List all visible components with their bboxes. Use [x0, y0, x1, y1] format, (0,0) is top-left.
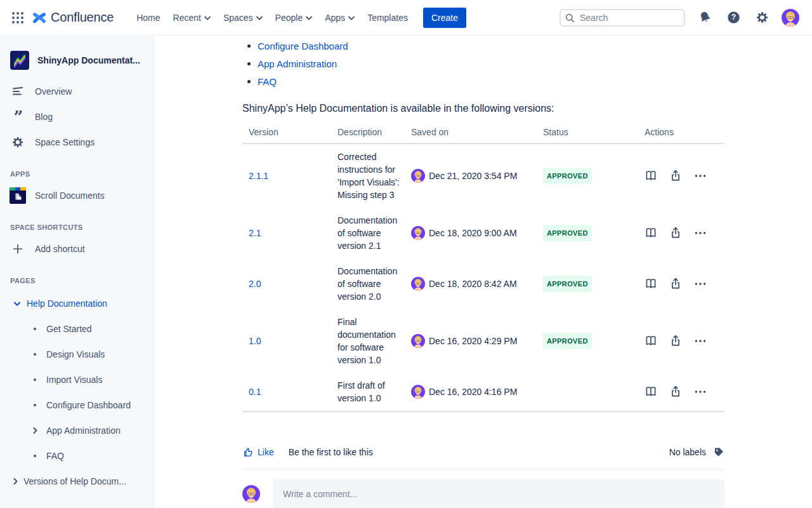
saved-on-date: Dec 18, 2020 8:42 AM [429, 277, 517, 290]
confluence-mark-icon [32, 11, 47, 25]
export-share-icon[interactable] [669, 277, 682, 290]
page-link[interactable]: FAQ [258, 76, 277, 87]
sidebar-item-blog[interactable]: ” Blog [0, 104, 153, 130]
shortcuts-section-header: SPACE SHORTCUTS [0, 208, 153, 236]
help-icon[interactable] [724, 9, 742, 27]
version-description: First draft of version 1.0 [331, 373, 405, 411]
column-header: Version [242, 124, 331, 144]
space-title: ShinyApp Documentat... [37, 55, 140, 65]
export-share-icon[interactable] [669, 335, 682, 347]
more-actions-icon[interactable] [694, 385, 707, 398]
global-search [560, 9, 685, 27]
read-view-book-icon[interactable] [645, 277, 657, 290]
nav-item[interactable]: People [269, 8, 319, 28]
create-button[interactable]: Create [423, 8, 466, 28]
comment-input[interactable] [273, 479, 724, 508]
version-link[interactable]: 2.1.1 [249, 171, 268, 181]
avatar [411, 334, 425, 348]
page-tree-child[interactable]: Configure Dashboard [0, 392, 153, 418]
app-switcher-icon[interactable] [8, 8, 28, 28]
version-link[interactable]: 2.1 [249, 228, 261, 238]
search-input[interactable] [560, 9, 685, 27]
nav-item[interactable]: Templates [361, 8, 414, 28]
chevron-right-icon[interactable] [33, 427, 37, 434]
labels-tag-icon[interactable] [713, 446, 724, 458]
like-button[interactable]: Like [242, 446, 274, 458]
page-toc-list: Configure Dashboard App Administration F… [242, 36, 724, 90]
primary-nav: Home Recent Spaces People Apps [130, 8, 414, 28]
sidebar-item-space-settings[interactable]: Space Settings [0, 130, 153, 155]
bullet [34, 328, 36, 330]
list-item: Configure Dashboard [247, 37, 724, 55]
more-actions-icon[interactable] [694, 335, 707, 347]
space-header[interactable]: ShinyApp Documentat... [0, 39, 153, 79]
apps-section-header: APPS [0, 155, 153, 183]
page-link-label: Design Visuals [46, 349, 105, 359]
nav-item-label: Home [136, 13, 160, 23]
overview-icon [10, 85, 25, 98]
column-header: Saved on [405, 124, 537, 144]
user-avatar[interactable] [782, 9, 799, 27]
table-row: 0.1 First draft of version 1.0 Dec 16, 2… [242, 373, 724, 411]
list-item: FAQ [247, 72, 724, 90]
settings-gear-icon[interactable] [753, 9, 771, 27]
scroll-documents-icon [10, 187, 25, 204]
nav-item[interactable]: Recent [167, 8, 217, 28]
search-icon [565, 13, 575, 23]
export-share-icon[interactable] [669, 170, 682, 182]
sidebar-item-scroll-documents[interactable]: Scroll Documents [0, 183, 153, 208]
saved-on-date: Dec 21, 2020 3:54 PM [429, 170, 517, 182]
version-link[interactable]: 1.0 [249, 336, 261, 346]
page-link[interactable]: Configure Dashboard [258, 41, 348, 51]
chevron-down-icon [204, 16, 211, 20]
page-tree-child[interactable]: Import Visuals [0, 367, 153, 392]
table-row: 2.1 Documentation of software version 2.… [242, 208, 724, 258]
page-tree-child[interactable]: FAQ [0, 443, 153, 469]
version-link[interactable]: 0.1 [249, 387, 261, 397]
chevron-down-icon [306, 16, 312, 20]
page-item-versions[interactable]: Versions of Help Docum... [0, 469, 153, 494]
avatar [411, 226, 425, 240]
table-row: 2.0 Documentation of software version 2.… [242, 258, 724, 309]
column-header: Status [537, 124, 638, 144]
bullet [247, 44, 251, 48]
intro-paragraph: ShinyApp’s Help Documentation is availab… [242, 103, 724, 114]
nav-item[interactable]: Apps [318, 8, 361, 28]
settings-gear-icon [10, 136, 25, 149]
read-view-book-icon[interactable] [645, 385, 657, 398]
page-tree-child[interactable]: Get Started [0, 316, 153, 342]
export-share-icon[interactable] [669, 227, 682, 239]
top-app-bar: Confluence Home Recent Spaces People [0, 0, 812, 36]
read-view-book-icon[interactable] [645, 227, 657, 239]
nav-item[interactable]: Home [130, 8, 166, 28]
more-actions-icon[interactable] [694, 277, 707, 290]
page-item-help-documentation[interactable]: Help Documentation [0, 291, 153, 316]
page-byline: Like Be the first to like this No labels [242, 446, 724, 458]
read-view-book-icon[interactable] [645, 170, 657, 182]
notifications-bell-icon[interactable] [696, 9, 714, 27]
page-tree-child[interactable]: Design Visuals [0, 342, 153, 367]
space-sidebar: ShinyApp Documentat... Overview ” Blog S… [0, 36, 154, 508]
chevron-down-icon[interactable] [13, 302, 21, 306]
sidebar-item-label: Blog [35, 112, 53, 122]
sidebar-item-overview[interactable]: Overview [0, 79, 153, 104]
list-item: App Administration [247, 55, 724, 72]
chevron-right-icon[interactable] [13, 476, 18, 486]
confluence-logo[interactable]: Confluence [32, 10, 114, 25]
export-share-icon[interactable] [669, 385, 682, 398]
version-link[interactable]: 2.0 [249, 279, 261, 289]
column-header: Actions [638, 124, 724, 144]
add-shortcut-button[interactable]: Add shortcut [0, 236, 153, 262]
more-actions-icon[interactable] [694, 170, 707, 182]
status-badge: APPROVED [543, 333, 592, 349]
nav-item-label: Recent [173, 13, 201, 23]
nav-item[interactable]: Spaces [217, 8, 269, 28]
versions-table: Version Description Saved on Status Acti… [242, 124, 724, 412]
page-link-label: Import Visuals [46, 375, 102, 385]
avatar [242, 485, 260, 503]
read-view-book-icon[interactable] [645, 335, 657, 347]
more-actions-icon[interactable] [694, 227, 707, 239]
page-link[interactable]: App Administration [258, 58, 337, 69]
saved-on-date: Dec 16, 2020 4:16 PM [429, 385, 517, 398]
page-tree-child[interactable]: App Administration [0, 418, 153, 443]
